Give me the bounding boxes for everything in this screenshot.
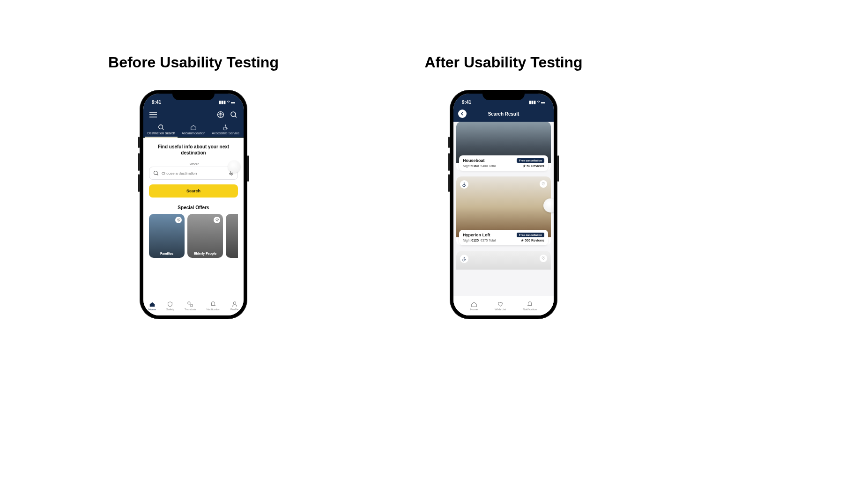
reviews: ★ 500 Reviews [521,239,544,242]
tab-label: Accommodation [182,132,205,135]
signal-icon: ▮▮▮ [219,100,226,104]
svg-point-5 [154,171,158,175]
search-result-header: Search Result [453,108,554,122]
nav-label: Translate [185,308,196,311]
floating-hint [543,198,554,212]
svg-point-10 [463,183,464,183]
svg-point-7 [188,302,190,304]
search-icon [153,170,159,176]
nav-notification[interactable]: Notification [523,301,537,311]
nav-notification[interactable]: Notification [206,301,220,311]
nav-label: Safety [166,308,174,311]
bell-icon [527,301,533,308]
svg-point-8 [190,304,193,307]
nav-label: Home [148,308,156,311]
svg-point-12 [463,257,464,258]
bottom-nav: Home Wish List Notification [453,296,554,315]
free-cancel-badge: Free cancellation [517,233,544,237]
card-title: Houseboat [463,158,485,163]
nav-home[interactable]: Home [470,301,478,311]
tab-destination-search[interactable]: Destination Search [145,124,178,138]
screen-title: Search Result [458,111,549,117]
destination-input-wrap[interactable] [149,167,238,180]
nav-profile[interactable]: Profile [230,301,238,311]
status-icons: ▮▮▮ ⌔ ▬ [219,100,235,104]
wheelchair-icon [223,124,229,131]
search-button[interactable]: Search [149,184,238,198]
card-info: Houseboat Free cancellation Night €160 €… [459,155,548,171]
after-title: After Usability Testing [408,54,600,71]
result-card[interactable]: Houseboat Free cancellation Night €160 €… [456,122,551,171]
globe-icon[interactable] [216,110,225,119]
profile-icon [231,301,238,308]
nav-label: Home [470,308,478,311]
nav-wishlist[interactable]: Wish List [495,301,506,311]
svg-point-3 [224,124,226,126]
signal-icon: ▮▮▮ [529,100,536,104]
before-section: Before Usability Testing 9:41 ▮▮▮ ⌔ ▬ [94,54,293,319]
home-icon [149,301,156,308]
bottom-nav: Home Safety Translate [143,296,244,315]
free-cancel-badge: Free cancellation [517,158,544,163]
result-card[interactable]: ♡ Hyperion Loft Free cancellation Night … [456,176,551,245]
page-heading: Find useful info about your next destina… [149,144,238,156]
reviews: ★ 50 Reviews [523,164,544,168]
svg-point-9 [233,302,236,304]
translate-icon [187,301,193,308]
floating-hint [228,161,240,173]
nav-label: Notification [523,308,537,311]
category-tabs: Destination Search Accommodation Accessi… [143,121,244,138]
tab-accessible-service[interactable]: Accessible Service [209,124,242,138]
wheelchair-icon [460,180,468,189]
nav-home[interactable]: Home [148,301,156,311]
search-icon[interactable] [230,110,238,119]
search-icon [158,124,164,131]
offer-card-elderly[interactable]: ♡ Elderly People [187,214,223,258]
wifi-icon: ⌔ [537,100,540,104]
destination-input[interactable] [162,171,226,176]
heart-icon [497,301,504,308]
offer-card-families[interactable]: ♡ Families [149,214,185,258]
bell-icon [210,301,216,308]
status-icons: ▮▮▮ ⌔ ▬ [529,100,545,104]
svg-point-2 [159,125,163,129]
offers-row: ♡ Families ♡ Elderly People Friend [149,214,238,258]
wifi-icon: ⌔ [227,100,230,104]
price-line: Night €160 €480 Total [463,164,496,168]
heart-icon[interactable]: ♡ [214,217,220,223]
offer-label: Families [160,252,173,255]
card-image: ♡ [456,251,551,270]
nav-label: Wish List [495,308,506,311]
nav-safety[interactable]: Safety [166,301,174,311]
heart-icon[interactable]: ♡ [175,217,182,223]
home-icon [471,301,477,308]
offer-label: Elderly People [194,252,216,255]
phone-frame-after: 9:41 ▮▮▮ ⌔ ▬ Search Result [450,90,557,319]
status-time: 9:41 [462,100,471,105]
result-card[interactable]: ♡ [456,251,551,270]
where-label: Where [151,162,238,166]
heart-icon[interactable]: ♡ [540,255,547,262]
heart-icon[interactable]: ♡ [540,180,547,188]
hamburger-icon[interactable] [149,110,157,119]
before-title: Before Usability Testing [94,54,293,71]
status-time: 9:41 [152,100,161,105]
phone-frame-before: 9:41 ▮▮▮ ⌔ ▬ [140,90,247,319]
card-info: Hyperion Loft Free cancellation Night €1… [459,230,548,245]
card-image: ♡ [456,176,551,237]
tab-accommodation[interactable]: Accommodation [178,124,210,138]
notch [172,90,215,100]
tab-label: Accessible Service [212,132,239,135]
svg-point-1 [231,112,236,117]
nav-translate[interactable]: Translate [185,301,196,311]
card-title: Hyperion Loft [463,233,490,237]
shield-icon [167,301,173,308]
nav-label: Profile [230,308,238,311]
tab-label: Destination Search [148,132,175,135]
price-line: Night €125 €375 Total [463,239,496,242]
special-offers-heading: Special Offers [149,205,238,210]
battery-icon: ▬ [541,100,545,104]
nav-label: Notification [206,308,220,311]
offer-card-friends[interactable]: Friend [226,214,238,258]
after-section: After Usability Testing 9:41 ▮▮▮ ⌔ ▬ Sea… [408,54,600,319]
